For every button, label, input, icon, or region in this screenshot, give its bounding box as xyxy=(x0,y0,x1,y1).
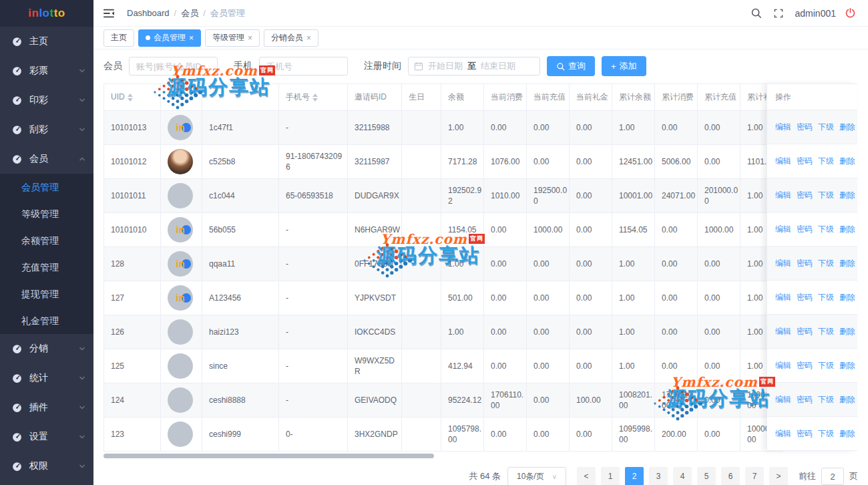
sidebar-subitem-2[interactable]: 余额管理 xyxy=(0,227,93,254)
search-button[interactable]: 查询 xyxy=(547,56,595,76)
col-header-label: 累计消费 xyxy=(662,92,694,102)
close-icon[interactable]: × xyxy=(248,34,252,42)
page-button-4[interactable]: 4 xyxy=(673,467,692,485)
tab-3[interactable]: 分销会员× xyxy=(264,29,318,47)
action-link-1[interactable]: 密码 xyxy=(797,190,813,201)
action-link-2[interactable]: 下级 xyxy=(818,258,834,269)
action-link-1[interactable]: 密码 xyxy=(797,122,813,133)
action-link-2[interactable]: 下级 xyxy=(818,394,834,406)
tab-1[interactable]: 会员管理× xyxy=(138,29,201,47)
sort-icon[interactable] xyxy=(128,91,133,104)
action-link-3[interactable]: 删除 xyxy=(839,292,855,303)
page-button-7[interactable]: 7 xyxy=(745,467,764,485)
action-link-0[interactable]: 编辑 xyxy=(775,428,791,440)
cell-total_balance: 1095998.00 xyxy=(612,418,655,452)
action-link-2[interactable]: 下级 xyxy=(818,326,834,337)
action-link-1[interactable]: 密码 xyxy=(797,224,813,235)
sidebar-subitem-3[interactable]: 充值管理 xyxy=(0,254,93,281)
sidebar-item-6[interactable]: 统计 xyxy=(0,363,93,393)
action-link-1[interactable]: 密码 xyxy=(797,292,813,303)
horizontal-scrollbar-thumb[interactable] xyxy=(103,454,434,458)
action-link-1[interactable]: 密码 xyxy=(797,394,813,406)
page-button-6[interactable]: 6 xyxy=(721,467,740,485)
action-link-1[interactable]: 密码 xyxy=(797,156,813,167)
search-icon[interactable] xyxy=(750,7,762,19)
fullscreen-icon[interactable] xyxy=(773,8,784,19)
page-button-3[interactable]: 3 xyxy=(649,467,668,485)
action-link-0[interactable]: 编辑 xyxy=(775,394,791,406)
action-link-2[interactable]: 下级 xyxy=(818,360,834,371)
close-icon[interactable]: × xyxy=(189,34,194,42)
action-link-0[interactable]: 编辑 xyxy=(775,156,791,167)
tab-2[interactable]: 等级管理× xyxy=(205,29,260,47)
action-link-2[interactable]: 下级 xyxy=(818,428,834,440)
page-size-select[interactable]: 10条/页 ∨ xyxy=(507,467,566,485)
col-header-cur_consume: 当前消费 xyxy=(484,84,527,111)
action-link-2[interactable]: 下级 xyxy=(818,224,834,235)
action-link-0[interactable]: 编辑 xyxy=(775,292,791,303)
cell-uid: 126 xyxy=(104,315,161,349)
action-link-0[interactable]: 编辑 xyxy=(775,258,791,269)
action-link-0[interactable]: 编辑 xyxy=(775,122,791,133)
action-link-1[interactable]: 密码 xyxy=(797,360,813,371)
menu-fold-icon[interactable] xyxy=(103,8,115,19)
col-header-cur_gift: 当前礼金 xyxy=(570,84,612,111)
action-link-0[interactable]: 编辑 xyxy=(775,360,791,371)
goto-page-input[interactable] xyxy=(821,468,844,485)
tab-0[interactable]: 主页 xyxy=(103,29,134,47)
sidebar-item-4[interactable]: 会员 xyxy=(0,144,93,174)
action-link-1[interactable]: 密码 xyxy=(797,428,813,440)
sidebar-item-0[interactable]: 主页 xyxy=(0,27,93,56)
col-header-uid[interactable]: UID xyxy=(104,84,161,111)
username[interactable]: admin001 xyxy=(795,8,837,19)
page-button-1[interactable]: 1 xyxy=(601,467,620,485)
action-link-2[interactable]: 下级 xyxy=(818,190,834,201)
action-link-3[interactable]: 删除 xyxy=(839,122,855,133)
close-icon[interactable]: × xyxy=(306,34,311,42)
sidebar-item-7[interactable]: 插件 xyxy=(0,393,93,422)
phone-search-input[interactable] xyxy=(259,57,348,75)
action-link-3[interactable]: 删除 xyxy=(839,190,855,201)
action-link-2[interactable]: 下级 xyxy=(818,292,834,303)
col-header-cur_recharge: 当前充值 xyxy=(527,84,570,111)
sort-icon[interactable] xyxy=(312,91,318,104)
col-header-phone[interactable]: 手机号 xyxy=(279,84,348,111)
action-link-1[interactable]: 密码 xyxy=(797,258,813,269)
sidebar-subitem-0[interactable]: 会员管理 xyxy=(0,174,93,200)
action-link-3[interactable]: 删除 xyxy=(839,224,855,235)
sidebar-subitem-5[interactable]: 礼金管理 xyxy=(0,307,93,334)
breadcrumb-member[interactable]: 会员 xyxy=(181,7,198,19)
action-link-3[interactable]: 删除 xyxy=(839,156,855,167)
action-link-3[interactable]: 删除 xyxy=(839,326,855,337)
action-link-3[interactable]: 删除 xyxy=(839,428,855,440)
col-header-invite: 邀请码ID xyxy=(348,84,402,111)
action-link-0[interactable]: 编辑 xyxy=(775,326,791,337)
sidebar-item-3[interactable]: 刮彩 xyxy=(0,115,93,144)
page-button-5[interactable]: 5 xyxy=(697,467,716,485)
action-row: 编辑密码下级删除 xyxy=(767,281,857,315)
sidebar-item-8[interactable]: 设置 xyxy=(0,422,93,452)
action-link-2[interactable]: 下级 xyxy=(818,122,834,133)
sidebar-item-1[interactable]: 彩票 xyxy=(0,56,93,86)
action-link-1[interactable]: 密码 xyxy=(797,326,813,337)
sidebar-subitem-4[interactable]: 提现管理 xyxy=(0,281,93,307)
sidebar-item-2[interactable]: 印彩 xyxy=(0,86,93,115)
sidebar-item-9[interactable]: 权限 xyxy=(0,452,93,481)
power-icon[interactable] xyxy=(845,7,856,19)
sidebar-subitem-1[interactable]: 等级管理 xyxy=(0,200,93,227)
action-link-0[interactable]: 编辑 xyxy=(775,224,791,235)
sidebar-item-5[interactable]: 分销 xyxy=(0,334,93,363)
prev-page-button[interactable]: < xyxy=(577,467,596,485)
member-search-input[interactable] xyxy=(129,57,218,75)
breadcrumb-dashboard[interactable]: Dashboard xyxy=(127,8,170,18)
action-link-3[interactable]: 删除 xyxy=(839,360,855,371)
sidebar-item-label: 分销 xyxy=(29,343,48,355)
date-range-input[interactable]: 开始日期 至 结束日期 xyxy=(408,57,540,75)
page-button-2[interactable]: 2 xyxy=(625,467,644,485)
action-link-3[interactable]: 删除 xyxy=(839,258,855,269)
action-link-3[interactable]: 删除 xyxy=(839,394,855,406)
add-button[interactable]: + 添加 xyxy=(602,56,646,76)
action-link-0[interactable]: 编辑 xyxy=(775,190,791,201)
action-link-2[interactable]: 下级 xyxy=(818,156,834,167)
next-page-button[interactable]: > xyxy=(769,467,788,485)
